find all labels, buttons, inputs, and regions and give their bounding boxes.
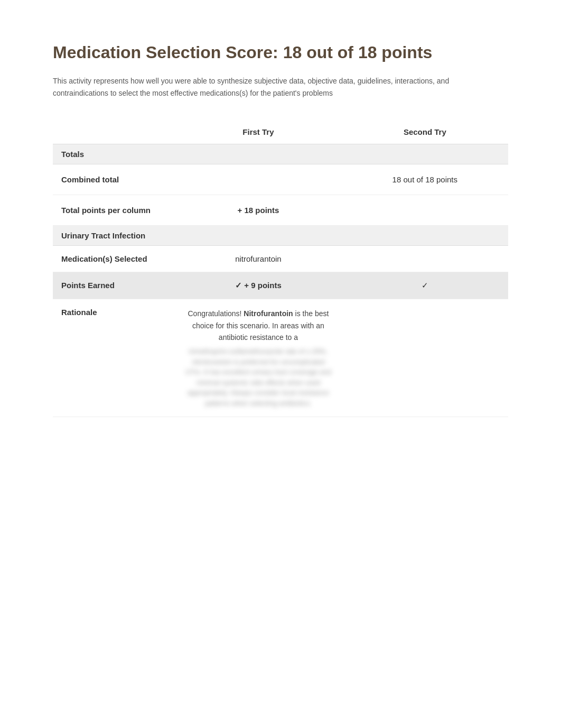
medication-selected-label: Medication(s) Selected — [53, 246, 175, 272]
col-header-first-try: First Try — [175, 120, 341, 144]
total-points-label: Total points per column — [53, 195, 175, 226]
rationale-first-try: Congratulations! Nitrofurantoin is the b… — [175, 299, 341, 417]
total-points-row: Total points per column + 18 points — [53, 195, 508, 226]
medication-selected-row: Medication(s) Selected nitrofurantoin — [53, 246, 508, 272]
rationale-blurred-text: trimethoprim-sulfamethoxazole rate of ≥ … — [183, 346, 333, 408]
total-points-first-try: + 18 points — [175, 195, 341, 226]
section-header-totals-label: Totals — [53, 144, 508, 164]
medication-selected-first-try: nitrofurantoin — [175, 246, 341, 272]
points-earned-row: Points Earned ✓ + 9 points ✓ — [53, 272, 508, 299]
section-header-uti-label: Urinary Tract Infection — [53, 226, 508, 246]
rationale-visible-text: Congratulations! Nitrofurantoin is the b… — [188, 309, 329, 342]
score-table: First Try Second Try Totals Combined tot… — [53, 120, 508, 417]
rationale-label: Rationale — [53, 299, 175, 417]
page-title: Medication Selection Score: 18 out of 18… — [53, 42, 508, 62]
col-header-second-try: Second Try — [342, 120, 508, 144]
points-earned-second-try: ✓ — [342, 272, 508, 299]
combined-total-label: Combined total — [53, 164, 175, 195]
medication-selected-second-try — [342, 246, 508, 272]
points-earned-label: Points Earned — [53, 272, 175, 299]
rationale-second-try — [342, 299, 508, 417]
points-earned-first-try: ✓ + 9 points — [175, 272, 341, 299]
combined-total-row: Combined total 18 out of 18 points — [53, 164, 508, 195]
combined-total-second-try: 18 out of 18 points — [342, 164, 508, 195]
page-description: This activity represents how well you we… — [53, 75, 465, 99]
col-header-label — [53, 120, 175, 144]
total-points-second-try — [342, 195, 508, 226]
combined-total-first-try — [175, 164, 341, 195]
rationale-row: Rationale Congratulations! Nitrofurantoi… — [53, 299, 508, 417]
section-header-totals: Totals — [53, 144, 508, 164]
section-header-uti: Urinary Tract Infection — [53, 226, 508, 246]
